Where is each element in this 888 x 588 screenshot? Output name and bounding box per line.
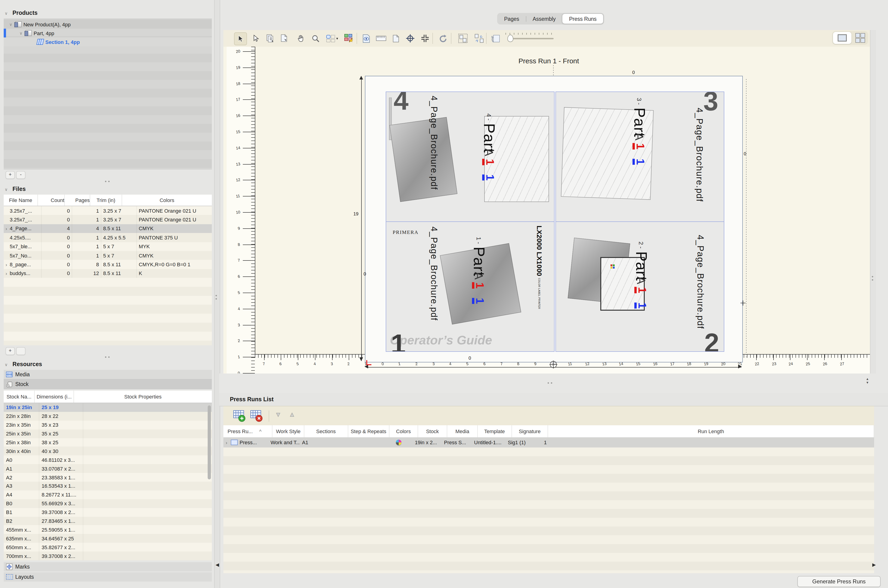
registration-mark-button[interactable] bbox=[404, 32, 416, 44]
collapse-arrows[interactable]: ▲ ▼ bbox=[866, 377, 869, 384]
grid-view-button[interactable] bbox=[853, 32, 867, 44]
zoom-slider[interactable] bbox=[505, 34, 554, 42]
column-header-sections[interactable]: Sections bbox=[304, 425, 348, 437]
column-header-work-style[interactable]: Work Style bbox=[273, 425, 304, 437]
distribute-button[interactable] bbox=[473, 32, 485, 44]
single-view-button[interactable] bbox=[833, 32, 852, 44]
stock-row[interactable]: B227.83465 x 1... bbox=[4, 517, 212, 525]
remove-file-button[interactable] bbox=[16, 347, 26, 355]
file-row[interactable]: ›buddys...0128.5 x 11K bbox=[4, 269, 212, 278]
stock-row[interactable]: 700mm x...39.37008 x 2... bbox=[4, 552, 212, 560]
panel-resize-handle[interactable] bbox=[105, 181, 110, 183]
file-row[interactable]: 3.25x7_...013.25 x 7PANTONE Orange 021 U bbox=[4, 206, 212, 215]
column-header-signature[interactable]: Signature bbox=[512, 425, 548, 437]
add-press-run-button[interactable] bbox=[233, 410, 246, 424]
page-number-tool-button[interactable] bbox=[264, 32, 276, 44]
tab-assembly[interactable]: Assembly bbox=[526, 14, 562, 24]
tab-press-runs[interactable]: Press Runs bbox=[562, 14, 604, 24]
group-selection-button[interactable] bbox=[457, 32, 469, 44]
generate-press-runs-button[interactable]: Generate Press Runs bbox=[797, 576, 880, 587]
corner-marks-button[interactable] bbox=[419, 32, 431, 44]
move-up-button[interactable]: ▲ bbox=[289, 411, 295, 418]
layouts-row[interactable]: Layouts bbox=[4, 572, 212, 582]
stock-row[interactable]: 19in x 25in25 x 19 bbox=[4, 403, 212, 412]
file-row[interactable]: 5x7_ble...015 x 7MYK bbox=[4, 242, 212, 251]
preview-content-button[interactable] bbox=[360, 32, 372, 44]
stock-row[interactable]: 23in x 35in35 x 23 bbox=[4, 421, 212, 429]
file-row[interactable]: 4.25x5....014.25 x 5.5PANTONE 375 U bbox=[4, 233, 212, 242]
horizontal-splitter[interactable]: ▲ ▼ bbox=[219, 374, 888, 393]
move-down-button[interactable]: ▼ bbox=[275, 411, 281, 418]
column-header-colors[interactable]: Colors bbox=[122, 195, 212, 206]
press-run-row[interactable]: ›Press...Work and T...⇕A119in x 2...Pres… bbox=[223, 437, 874, 447]
select-tool-button[interactable] bbox=[234, 32, 247, 45]
zoom-slider-thumb[interactable] bbox=[507, 34, 513, 42]
press-run-canvas[interactable]: Press Run 1 - Front 20191817161514131211… bbox=[223, 47, 874, 374]
column-header-dimensions[interactable]: Dimensions (i... bbox=[35, 391, 74, 403]
column-header-count[interactable]: Count bbox=[38, 195, 65, 206]
collapse-down-icon[interactable]: ▼ bbox=[866, 381, 869, 384]
zoom-slider-track[interactable] bbox=[510, 38, 554, 39]
stock-row[interactable]: 650mm x...35.82677 x 2... bbox=[4, 543, 212, 552]
press-sheet[interactable]: 44_Page_Brochure.pdf4 -PartA1134_Page_Br… bbox=[365, 76, 743, 362]
imposed-page-3[interactable]: 34_Page_Brochure.pdf3 -PartA11 bbox=[556, 92, 724, 222]
marks-row[interactable]: Marks bbox=[4, 562, 212, 572]
rotate-button[interactable] bbox=[437, 32, 449, 44]
stock-row[interactable]: 25in x 38in38 x 25 bbox=[4, 438, 212, 447]
tree-item-product[interactable]: ∨ New Product(A), 4pp bbox=[4, 20, 212, 28]
file-row[interactable]: ›8_page...088.5 x 11CMYK,R=0 G=0 B=0 1 bbox=[4, 260, 212, 269]
remove-product-button[interactable]: - bbox=[16, 171, 26, 179]
disclosure-icon[interactable]: › bbox=[226, 440, 230, 445]
splitter-handle[interactable] bbox=[215, 295, 217, 300]
resources-section-header[interactable]: ∨ Resources bbox=[5, 360, 42, 368]
zoom-tool-button[interactable] bbox=[310, 32, 322, 44]
stock-scrollbar-thumb[interactable] bbox=[208, 405, 211, 479]
measure-tool-button[interactable] bbox=[375, 32, 387, 44]
column-header-stock[interactable]: Stock bbox=[418, 425, 447, 437]
pan-tool-button[interactable] bbox=[294, 32, 307, 44]
scroll-right-arrow[interactable]: ▶ bbox=[872, 562, 876, 567]
column-header-pages[interactable]: Pages bbox=[65, 195, 90, 206]
column-header-stock-properties[interactable]: Stock Properties bbox=[74, 391, 212, 403]
disclosure-icon[interactable]: › bbox=[6, 226, 10, 231]
column-header-file-name[interactable]: File Name bbox=[4, 195, 38, 206]
right-splitter[interactable] bbox=[870, 30, 876, 374]
column-header-trim[interactable]: Trim (in) bbox=[90, 195, 122, 206]
add-file-button[interactable]: + bbox=[6, 347, 15, 355]
add-product-button[interactable]: + bbox=[6, 171, 15, 179]
column-header-template[interactable]: Template bbox=[478, 425, 512, 437]
tree-item-section[interactable]: Section 1, 4pp bbox=[4, 38, 212, 46]
stock-row[interactable]: B139.37008 x 2... bbox=[4, 508, 212, 517]
column-header-media[interactable]: Media bbox=[448, 425, 478, 437]
panel-resize-handle[interactable] bbox=[105, 356, 110, 358]
column-header-stock-name[interactable]: Stock Na... bbox=[4, 391, 35, 403]
direct-select-tool-button[interactable] bbox=[250, 32, 262, 44]
column-header-run-length[interactable]: Run Length bbox=[548, 425, 874, 437]
file-row[interactable]: ›4_Page...448.5 x 11CMYK bbox=[4, 224, 212, 233]
products-section-header[interactable]: ∨ Products bbox=[5, 8, 38, 16]
page-select-tool-button[interactable] bbox=[278, 32, 290, 44]
delete-press-run-button[interactable] bbox=[250, 410, 263, 424]
imposed-page-4[interactable]: 44_Page_Brochure.pdf4 -PartA11 bbox=[386, 92, 554, 222]
autosnap-wizard-button[interactable] bbox=[343, 32, 355, 44]
stock-row[interactable]: 635mm x...34.64567 x 25 bbox=[4, 534, 212, 543]
stock-row[interactable]: A316.53543 x 1... bbox=[4, 482, 212, 490]
stock-row[interactable]: A48.26772 x 11.... bbox=[4, 490, 212, 499]
flip-page-button[interactable] bbox=[490, 32, 502, 44]
files-section-header[interactable]: ∨ Files bbox=[5, 184, 26, 193]
file-row[interactable]: 5x7_No...015 x 7CMYK bbox=[4, 251, 212, 260]
stock-row[interactable]: A133.07087 x 2... bbox=[4, 464, 212, 473]
tree-item-part[interactable]: ∨ Part, 4pp bbox=[4, 28, 212, 38]
stock-row[interactable]: 25in x 35in35 x 25 bbox=[4, 429, 212, 438]
stock-row[interactable]: A223.38583 x 1... bbox=[4, 473, 212, 482]
stock-row[interactable]: 22in x 28in28 x 22 bbox=[4, 412, 212, 421]
resources-media-row[interactable]: Media bbox=[4, 370, 212, 380]
page-info-button[interactable] bbox=[390, 32, 402, 44]
frame-layout-tool-button[interactable]: ▾ bbox=[324, 32, 340, 44]
collapse-up-icon[interactable]: ▲ bbox=[866, 377, 869, 381]
scroll-left-arrow[interactable]: ◀ bbox=[215, 562, 219, 567]
column-header-colors[interactable]: Colors bbox=[389, 425, 418, 437]
stock-row[interactable]: 30in x 40in40 x 30 bbox=[4, 447, 212, 456]
splitter-handle[interactable] bbox=[548, 382, 552, 384]
file-row[interactable]: 3.25x7_...013.25 x 7PANTONE Orange 021 U bbox=[4, 215, 212, 224]
